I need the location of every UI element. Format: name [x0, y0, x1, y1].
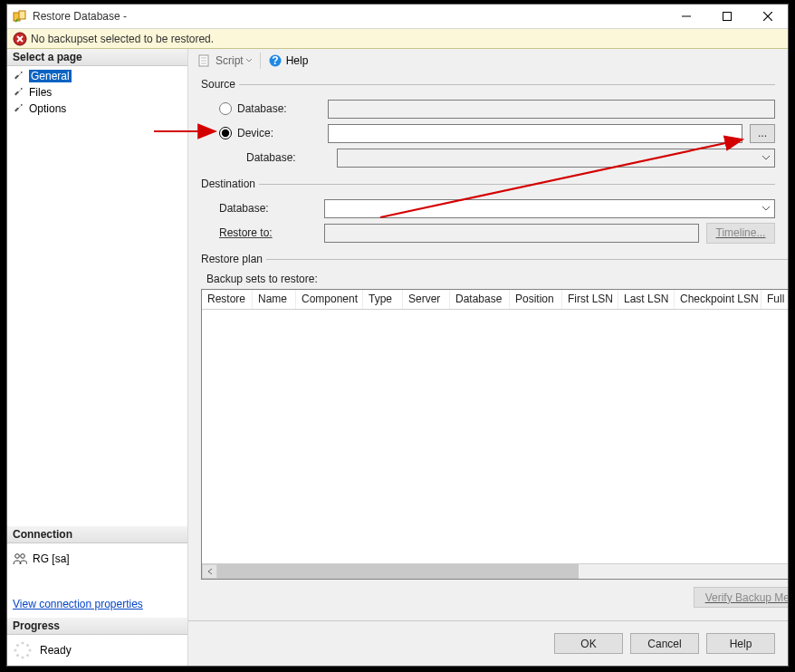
restore-plan-legend: Restore plan: [201, 253, 266, 265]
help-label: Help: [286, 54, 309, 67]
svg-point-17: [14, 648, 16, 651]
scroll-left-icon[interactable]: [202, 564, 217, 579]
svg-point-12: [26, 644, 29, 647]
wrench-icon: [13, 86, 25, 99]
col-last-lsn[interactable]: Last LSN: [618, 290, 675, 309]
svg-point-14: [26, 654, 29, 657]
source-device-input[interactable]: [328, 124, 742, 143]
page-label: General: [29, 70, 72, 82]
page-files[interactable]: Files: [11, 84, 184, 101]
restore-plan-group: Restore plan Backup sets to restore: Res…: [201, 253, 788, 608]
error-icon: [13, 32, 27, 46]
col-restore[interactable]: Restore: [202, 290, 253, 309]
app-icon: [13, 9, 27, 24]
dest-database-combo[interactable]: [324, 199, 775, 218]
chevron-down-icon: [761, 152, 771, 166]
close-button[interactable]: [747, 5, 788, 29]
page-list: General Files Options: [7, 66, 187, 119]
svg-point-13: [28, 648, 31, 651]
sidebar: Select a page General Files Options Conn…: [7, 49, 188, 666]
script-label: Script: [216, 54, 244, 67]
source-device-row: Device: ...: [201, 121, 775, 145]
dest-restoreto-input: [324, 224, 699, 243]
connection-icon: [13, 552, 27, 565]
col-type[interactable]: Type: [363, 290, 403, 309]
connection-value: RG [sa]: [33, 552, 70, 565]
col-checkpoint-lsn[interactable]: Checkpoint LSN: [675, 290, 761, 309]
toolbar: Script ? Help: [188, 49, 788, 72]
source-database-label: Database:: [237, 102, 328, 115]
grid-header: Restore Name Component Type Server Datab…: [202, 290, 788, 310]
dest-database-row: Database:: [201, 197, 775, 220]
svg-rect-1: [19, 11, 25, 19]
chevron-down-icon: [245, 54, 253, 67]
destination-legend: Destination: [201, 178, 259, 190]
source-inner-db-label: Database:: [246, 151, 337, 164]
col-database[interactable]: Database: [450, 290, 510, 309]
col-component[interactable]: Component: [296, 290, 363, 309]
svg-point-11: [21, 641, 24, 644]
progress-header: Progress: [7, 618, 187, 635]
warning-bar: No backupset selected to be restored.: [7, 29, 788, 49]
col-full-lsn[interactable]: Full LSN: [761, 290, 788, 309]
scroll-track[interactable]: [217, 564, 788, 579]
view-connection-properties-link[interactable]: View connection properties: [7, 598, 187, 618]
wrench-icon: [13, 102, 25, 115]
spinner-icon: [13, 640, 33, 660]
source-database-radio[interactable]: [219, 102, 232, 115]
dialog-footer: OK Cancel Help: [188, 620, 788, 666]
backup-sets-grid[interactable]: Restore Name Component Type Server Datab…: [201, 289, 788, 580]
main-panel: Script ? Help Source Database:: [188, 49, 788, 666]
svg-point-16: [16, 654, 19, 657]
page-label: Options: [29, 102, 66, 115]
svg-point-18: [16, 644, 19, 647]
source-group: Source Database: Device: ... Database:: [201, 78, 775, 170]
help-button[interactable]: ? Help: [264, 51, 312, 71]
wrench-icon: [13, 70, 25, 82]
source-database-combo[interactable]: [328, 100, 775, 119]
ok-button[interactable]: OK: [554, 633, 623, 654]
help-icon: ?: [268, 53, 283, 68]
dest-restoreto-row: Restore to: Timeline...: [201, 221, 775, 245]
backup-sets-label: Backup sets to restore:: [201, 271, 788, 289]
destination-group: Destination Database: Restore to: Timeli…: [201, 178, 775, 245]
col-server[interactable]: Server: [403, 290, 450, 309]
col-position[interactable]: Position: [510, 290, 562, 309]
svg-point-10: [21, 554, 25, 559]
col-name[interactable]: Name: [253, 290, 296, 309]
source-inner-db-combo[interactable]: [337, 149, 775, 168]
connection-header: Connection: [7, 526, 187, 543]
timeline-button[interactable]: Timeline...: [706, 223, 775, 244]
cancel-button[interactable]: Cancel: [630, 633, 699, 654]
page-label: Files: [29, 86, 52, 99]
svg-text:?: ?: [272, 54, 278, 67]
source-device-radio[interactable]: [219, 127, 232, 139]
scroll-thumb[interactable]: [217, 564, 579, 579]
dest-database-label: Database:: [219, 202, 324, 215]
minimize-button[interactable]: [666, 5, 706, 29]
titlebar: Restore Database -: [7, 5, 788, 29]
progress-row: Ready: [7, 635, 187, 666]
script-icon: [197, 53, 212, 68]
source-inner-db-row: Database:: [201, 146, 775, 169]
svg-point-15: [21, 656, 24, 658]
progress-text: Ready: [40, 644, 72, 657]
footer-help-button[interactable]: Help: [706, 633, 775, 654]
select-page-header: Select a page: [7, 49, 187, 66]
page-general[interactable]: General: [11, 68, 184, 84]
page-options[interactable]: Options: [11, 101, 184, 117]
window-title: Restore Database -: [33, 10, 666, 23]
maximize-button[interactable]: [706, 5, 747, 29]
col-first-lsn[interactable]: First LSN: [562, 290, 618, 309]
warning-text: No backupset selected to be restored.: [31, 33, 214, 45]
source-database-row: Database:: [201, 97, 775, 120]
browse-device-button[interactable]: ...: [750, 124, 775, 143]
dest-restoreto-label: Restore to:: [219, 226, 324, 239]
verify-backup-button[interactable]: Verify Backup Media: [694, 587, 788, 608]
grid-hscroll[interactable]: [202, 563, 788, 579]
script-button[interactable]: Script: [194, 51, 256, 71]
chevron-down-icon: [761, 203, 771, 216]
source-device-label: Device:: [237, 127, 328, 139]
connection-value-row: RG [sa]: [13, 552, 182, 565]
svg-point-9: [15, 554, 20, 559]
